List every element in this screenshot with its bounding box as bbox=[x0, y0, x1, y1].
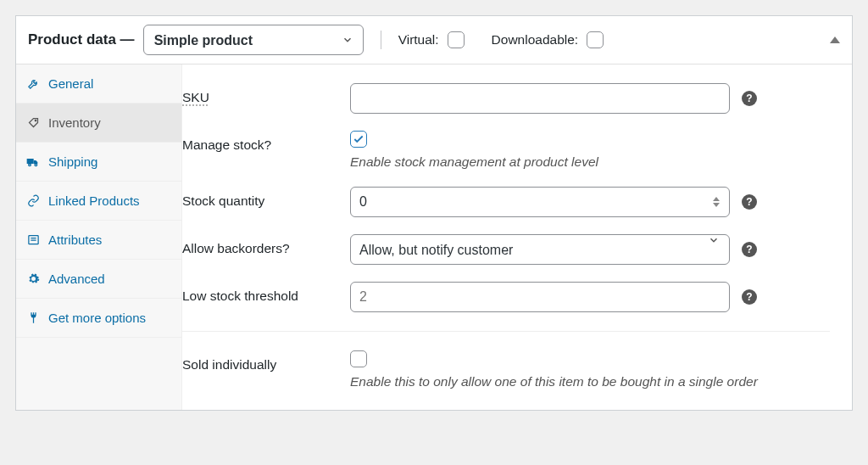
product-type-select[interactable]: Simple product bbox=[143, 25, 364, 55]
sidebar: General Inventory Shipping Linked Produc… bbox=[16, 64, 182, 410]
row-stock-quantity: Stock quantity ? bbox=[182, 175, 830, 222]
svg-rect-1 bbox=[27, 159, 34, 164]
manage-stock-checkbox[interactable] bbox=[350, 131, 367, 148]
collapse-toggle-icon[interactable] bbox=[830, 36, 840, 43]
virtual-checkbox[interactable] bbox=[448, 31, 465, 48]
manage-stock-label: Manage stock? bbox=[182, 131, 350, 153]
sidebar-item-label: Attributes bbox=[48, 232, 102, 247]
sidebar-item-label: Get more options bbox=[48, 311, 146, 325]
svg-point-2 bbox=[29, 164, 31, 166]
sidebar-item-label: Linked Products bbox=[48, 193, 140, 208]
tag-icon bbox=[26, 116, 40, 130]
sold-individually-checkbox[interactable] bbox=[350, 350, 367, 367]
backorders-label: Allow backorders? bbox=[182, 234, 350, 256]
link-icon bbox=[26, 194, 40, 208]
help-icon[interactable]: ? bbox=[742, 242, 757, 257]
list-icon bbox=[26, 233, 40, 247]
divider bbox=[381, 31, 381, 49]
svg-point-3 bbox=[35, 164, 37, 166]
plug-icon bbox=[26, 311, 40, 325]
row-manage-stock: Manage stock? Enable stock management at… bbox=[182, 119, 830, 175]
low-stock-input[interactable] bbox=[350, 282, 730, 312]
truck-icon bbox=[26, 155, 40, 169]
sidebar-item-label: Advanced bbox=[48, 272, 105, 286]
row-low-stock: Low stock threshold ? bbox=[182, 270, 830, 317]
sidebar-item-general[interactable]: General bbox=[16, 64, 181, 104]
low-stock-label: Low stock threshold bbox=[182, 282, 350, 304]
sold-individually-label: Sold individually bbox=[182, 350, 350, 373]
stock-quantity-label: Stock quantity bbox=[182, 187, 350, 209]
sidebar-item-inventory[interactable]: Inventory bbox=[16, 104, 181, 143]
panel-title: Product data — bbox=[28, 31, 135, 48]
wrench-icon bbox=[26, 77, 40, 91]
sidebar-item-advanced[interactable]: Advanced bbox=[16, 260, 181, 299]
sidebar-item-shipping[interactable]: Shipping bbox=[16, 143, 181, 182]
row-allow-backorders: Allow backorders? Allow, but notify cust… bbox=[182, 222, 830, 270]
panel-body: General Inventory Shipping Linked Produc… bbox=[16, 64, 852, 410]
sold-individually-description: Enable this to only allow one of this it… bbox=[350, 374, 830, 389]
backorders-select[interactable]: Allow, but notify customer bbox=[350, 234, 730, 265]
sidebar-item-label: General bbox=[48, 76, 93, 91]
svg-point-0 bbox=[35, 120, 36, 121]
content: SKU ? Manage stock? Enable sto bbox=[182, 64, 852, 410]
manage-stock-description: Enable stock management at product level bbox=[350, 154, 830, 170]
help-icon[interactable]: ? bbox=[742, 289, 757, 305]
downloadable-checkbox[interactable] bbox=[587, 31, 604, 48]
stock-quantity-input[interactable] bbox=[350, 187, 730, 217]
virtual-label: Virtual: bbox=[398, 32, 439, 48]
row-sold-individually: Sold individually Enable this to only al… bbox=[182, 331, 830, 395]
sidebar-item-label: Shipping bbox=[48, 154, 97, 169]
sku-input[interactable] bbox=[350, 83, 730, 114]
sidebar-item-attributes[interactable]: Attributes bbox=[16, 221, 181, 260]
sidebar-item-label: Inventory bbox=[48, 115, 101, 130]
sku-label: SKU bbox=[182, 83, 350, 105]
sidebar-item-get-more-options[interactable]: Get more options bbox=[16, 299, 181, 338]
help-icon[interactable]: ? bbox=[742, 91, 757, 106]
panel-header: Product data — Simple product Virtual: D… bbox=[16, 16, 852, 64]
row-sku: SKU ? bbox=[182, 71, 830, 119]
help-icon[interactable]: ? bbox=[742, 194, 757, 210]
product-data-panel: Product data — Simple product Virtual: D… bbox=[15, 15, 853, 411]
downloadable-label: Downloadable: bbox=[492, 32, 579, 48]
sidebar-item-linked-products[interactable]: Linked Products bbox=[16, 182, 181, 221]
gear-icon bbox=[26, 272, 40, 286]
